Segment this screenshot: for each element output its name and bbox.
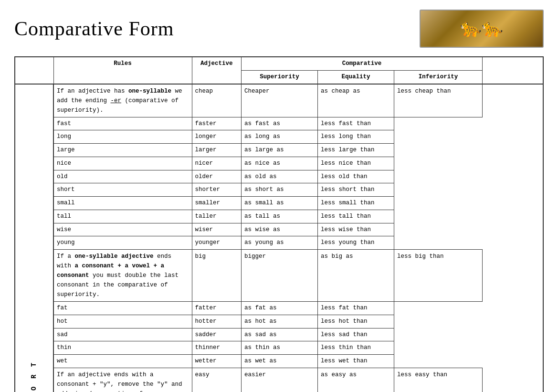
inferiority-cell: less nice than: [318, 157, 394, 170]
superiority-cell: larger: [192, 144, 242, 157]
superiority-cell: faster: [192, 117, 242, 130]
adjective-cell: large: [53, 144, 192, 157]
superiority-cell: bigger: [242, 250, 318, 302]
inferiority-header: Inferiority: [394, 70, 483, 84]
superiority-cell: taller: [192, 210, 242, 223]
rules-header: Rules: [53, 57, 192, 84]
inferiority-cell: less long than: [318, 130, 394, 144]
adjective-cell: short: [53, 183, 192, 197]
adjective-cell: fat: [53, 302, 192, 315]
adjective-cell: cheap: [192, 84, 242, 117]
superiority-cell: wiser: [192, 223, 242, 236]
equality-cell: as short as: [242, 183, 318, 197]
adjective-cell: sad: [53, 328, 192, 341]
adjective-cell: wise: [53, 223, 192, 236]
equality-cell: as cheap as: [318, 84, 394, 117]
superiority-cell: hotter: [192, 315, 242, 328]
inferiority-cell: less short than: [318, 183, 394, 197]
rule-cell: If an adjective has one-syllable we add …: [53, 84, 192, 117]
superiority-cell: easier: [242, 368, 318, 392]
equality-cell: as large as: [242, 144, 318, 157]
superiority-cell: smaller: [192, 197, 242, 210]
inferiority-cell: less small than: [318, 197, 394, 210]
section-label: S H O R T: [15, 84, 53, 392]
superiority-cell: nicer: [192, 157, 242, 170]
adjective-cell: nice: [53, 157, 192, 170]
adjective-cell: long: [53, 130, 192, 144]
adjective-cell: wet: [53, 355, 192, 368]
comparative-form-table: Rules Adjective Comparative Superiority …: [14, 56, 544, 392]
equality-cell: as young as: [242, 236, 318, 250]
inferiority-cell: less wet than: [318, 355, 394, 368]
superiority-cell: thinner: [192, 341, 242, 355]
rule-cell: If an adjective ends with a consonant + …: [53, 368, 192, 392]
page-title: Comparative Form: [14, 17, 174, 40]
table-row: longlongeras long asless long than: [15, 130, 543, 144]
equality-header: Equality: [318, 70, 394, 84]
adjective-cell: fast: [53, 117, 192, 130]
adjective-cell: small: [53, 197, 192, 210]
table-row: fatfatteras fat asless fat than: [15, 302, 543, 315]
table-row: sadsadderas sad asless sad than: [15, 328, 543, 341]
table-row: oldolderas old asless old than: [15, 170, 543, 183]
section-col-header: [15, 57, 53, 84]
cheetah-image: [420, 10, 544, 48]
table-row: talltalleras tall asless tall than: [15, 210, 543, 223]
superiority-cell: Cheaper: [242, 84, 318, 117]
equality-cell: as sad as: [242, 328, 318, 341]
adjective-cell: big: [192, 250, 242, 302]
table-row: wetwetteras wet asless wet than: [15, 355, 543, 368]
superiority-cell: younger: [192, 236, 242, 250]
table-row: If a one-syllable adjective ends with a …: [15, 250, 543, 302]
equality-cell: as easy as: [318, 368, 394, 392]
table-row: If an adjective ends with a consonant + …: [15, 368, 543, 392]
adjective-header: Adjective: [192, 57, 242, 84]
equality-cell: as fat as: [242, 302, 318, 315]
equality-cell: as wet as: [242, 355, 318, 368]
table-header-row: Rules Adjective Comparative: [15, 57, 543, 70]
adjective-cell: easy: [192, 368, 242, 392]
inferiority-cell: less thin than: [318, 341, 394, 355]
inferiority-cell: less fat than: [318, 302, 394, 315]
inferiority-cell: less hot than: [318, 315, 394, 328]
table-row: hothotteras hot asless hot than: [15, 315, 543, 328]
inferiority-cell: less wise than: [318, 223, 394, 236]
adjective-cell: old: [53, 170, 192, 183]
table-row: shortshorteras short asless short than: [15, 183, 543, 197]
inferiority-cell: less sad than: [318, 328, 394, 341]
inferiority-cell: less fast than: [318, 117, 394, 130]
table-row: wisewiseras wise asless wise than: [15, 223, 543, 236]
inferiority-cell: less young than: [318, 236, 394, 250]
superiority-cell: longer: [192, 130, 242, 144]
inferiority-cell: less tall than: [318, 210, 394, 223]
inferiority-cell: less easy than: [394, 368, 483, 392]
superiority-cell: wetter: [192, 355, 242, 368]
rule-cell: If a one-syllable adjective ends with a …: [53, 250, 192, 302]
adjective-cell: thin: [53, 341, 192, 355]
equality-cell: as old as: [242, 170, 318, 183]
superiority-cell: older: [192, 170, 242, 183]
superiority-cell: fatter: [192, 302, 242, 315]
inferiority-cell: less old than: [318, 170, 394, 183]
equality-cell: as small as: [242, 197, 318, 210]
equality-cell: as tall as: [242, 210, 318, 223]
comparative-header: Comparative: [242, 57, 483, 70]
inferiority-cell: less cheap than: [394, 84, 483, 117]
inferiority-cell: less big than: [394, 250, 483, 302]
adjective-cell: hot: [53, 315, 192, 328]
table-row: thinthinneras thin asless thin than: [15, 341, 543, 355]
adjective-cell: tall: [53, 210, 192, 223]
equality-cell: as wise as: [242, 223, 318, 236]
adjective-cell: young: [53, 236, 192, 250]
table-row: S H O R TIf an adjective has one-syllabl…: [15, 84, 543, 117]
table-row: fastfasteras fast asless fast than: [15, 117, 543, 130]
table-row: smallsmalleras small asless small than: [15, 197, 543, 210]
equality-cell: as thin as: [242, 341, 318, 355]
table-row: youngyoungeras young asless young than: [15, 236, 543, 250]
equality-cell: as hot as: [242, 315, 318, 328]
page-header: Comparative Form: [14, 10, 544, 48]
equality-cell: as long as: [242, 130, 318, 144]
table-row: largelargeras large asless large than: [15, 144, 543, 157]
table-row: niceniceras nice asless nice than: [15, 157, 543, 170]
inferiority-cell: less large than: [318, 144, 394, 157]
